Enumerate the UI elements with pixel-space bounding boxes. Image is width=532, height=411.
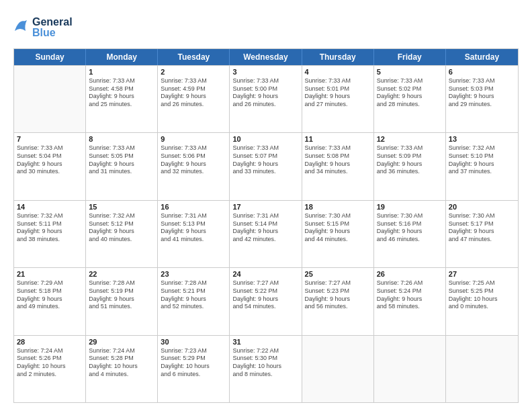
cell-info-line: Daylight: 10 hours (449, 295, 515, 304)
cell-info-line: Sunset: 5:06 PM (161, 152, 226, 161)
cell-info-line: Sunrise: 7:31 AM (232, 212, 298, 220)
logo: GeneralBlue (13, 12, 74, 42)
calendar-cell: 22Sunrise: 7:28 AMSunset: 5:19 PMDayligh… (86, 268, 158, 334)
cell-info-line: Sunrise: 7:28 AM (161, 279, 226, 287)
cell-info-line: Daylight: 9 hours (232, 161, 298, 169)
day-number: 26 (377, 270, 443, 278)
cell-info-line: Sunrise: 7:33 AM (305, 144, 371, 152)
cell-info-line: Sunrise: 7:23 AM (161, 347, 226, 355)
day-number: 9 (161, 135, 226, 143)
cell-info-line: Sunrise: 7:33 AM (449, 77, 515, 85)
cell-info-line: and 32 minutes. (161, 168, 226, 176)
cell-info-line: and 56 minutes. (305, 303, 371, 311)
cell-info-line: Sunrise: 7:31 AM (161, 212, 226, 220)
day-number: 24 (232, 270, 298, 278)
cell-info-line: Sunset: 5:17 PM (449, 220, 515, 228)
cell-info-line: and 27 minutes. (305, 101, 371, 109)
day-number: 11 (305, 135, 371, 143)
weekday-header: Thursday (302, 49, 374, 65)
day-number: 22 (89, 270, 154, 278)
day-number: 1 (89, 68, 154, 76)
cell-info-line: and 42 minutes. (232, 236, 298, 244)
day-number: 21 (17, 270, 83, 278)
calendar-cell: 17Sunrise: 7:31 AMSunset: 5:14 PMDayligh… (230, 201, 302, 267)
day-number: 15 (89, 203, 154, 211)
cell-info-line: Daylight: 9 hours (377, 93, 443, 101)
cell-info-line: and 51 minutes. (89, 303, 154, 311)
calendar-cell: 30Sunrise: 7:23 AMSunset: 5:29 PMDayligh… (158, 336, 230, 402)
cell-info-line: and 25 minutes. (89, 101, 154, 109)
day-number: 10 (232, 135, 298, 143)
calendar-cell: 9Sunrise: 7:33 AMSunset: 5:06 PMDaylight… (158, 133, 230, 199)
cell-info-line: and 30 minutes. (17, 168, 83, 176)
calendar-row: 14Sunrise: 7:32 AMSunset: 5:11 PMDayligh… (14, 200, 518, 267)
day-number: 6 (449, 68, 515, 76)
cell-info-line: Daylight: 10 hours (89, 363, 154, 371)
cell-info-line: Daylight: 9 hours (449, 93, 515, 101)
weekday-header: Wednesday (230, 49, 302, 65)
cell-info-line: Sunset: 5:15 PM (305, 220, 371, 228)
cell-info-line: Daylight: 9 hours (377, 228, 443, 236)
cell-info-line: Sunrise: 7:32 AM (89, 212, 154, 220)
cell-info-line: Sunrise: 7:33 AM (232, 144, 298, 152)
cell-info-line: Sunset: 5:29 PM (161, 355, 226, 363)
cell-info-line: and 40 minutes. (89, 236, 154, 244)
cell-info-line: and 4 minutes. (89, 371, 154, 379)
cell-info-line: and 2 minutes. (17, 371, 83, 379)
calendar-cell: 7Sunrise: 7:33 AMSunset: 5:04 PMDaylight… (14, 133, 86, 199)
cell-info-line: Sunset: 5:01 PM (305, 85, 371, 93)
day-number: 16 (161, 203, 226, 211)
cell-info-line: Daylight: 9 hours (377, 295, 443, 304)
cell-info-line: Sunrise: 7:30 AM (377, 212, 443, 220)
calendar-cell (14, 66, 86, 132)
calendar-cell: 27Sunrise: 7:25 AMSunset: 5:25 PMDayligh… (446, 268, 518, 334)
cell-info-line: Sunrise: 7:22 AM (232, 347, 298, 355)
day-number: 19 (377, 203, 443, 211)
cell-info-line: Sunrise: 7:32 AM (17, 212, 83, 220)
calendar-row: 7Sunrise: 7:33 AMSunset: 5:04 PMDaylight… (14, 132, 518, 199)
weekday-header: Sunday (14, 49, 86, 65)
cell-info-line: and 47 minutes. (449, 236, 515, 244)
cell-info-line: Sunset: 5:02 PM (377, 85, 443, 93)
calendar-cell: 20Sunrise: 7:30 AMSunset: 5:17 PMDayligh… (446, 201, 518, 267)
cell-info-line: Sunset: 5:07 PM (232, 152, 298, 161)
calendar-cell: 10Sunrise: 7:33 AMSunset: 5:07 PMDayligh… (230, 133, 302, 199)
cell-info-line: and 34 minutes. (305, 168, 371, 176)
cell-info-line: and 8 minutes. (232, 371, 298, 379)
calendar-cell: 24Sunrise: 7:27 AMSunset: 5:22 PMDayligh… (230, 268, 302, 334)
day-number: 29 (89, 338, 154, 346)
cell-info-line: Sunset: 5:28 PM (89, 355, 154, 363)
cell-info-line: Daylight: 9 hours (449, 228, 515, 236)
cell-info-line: and 58 minutes. (377, 303, 443, 311)
cell-info-line: Sunset: 5:10 PM (449, 152, 515, 161)
calendar-cell: 3Sunrise: 7:33 AMSunset: 5:00 PMDaylight… (230, 66, 302, 132)
day-number: 31 (232, 338, 298, 346)
day-number: 13 (449, 135, 515, 143)
cell-info-line: Sunset: 5:18 PM (17, 287, 83, 295)
cell-info-line: Sunrise: 7:33 AM (377, 77, 443, 85)
cell-info-line: Sunset: 5:08 PM (305, 152, 371, 161)
day-number: 20 (449, 203, 515, 211)
calendar-cell: 6Sunrise: 7:33 AMSunset: 5:03 PMDaylight… (446, 66, 518, 132)
cell-info-line: Daylight: 9 hours (449, 161, 515, 169)
calendar-cell: 12Sunrise: 7:33 AMSunset: 5:09 PMDayligh… (374, 133, 446, 199)
cell-info-line: Daylight: 9 hours (377, 161, 443, 169)
cell-info-line: and 37 minutes. (449, 168, 515, 176)
cell-info-line: Daylight: 9 hours (305, 161, 371, 169)
day-number: 4 (305, 68, 371, 76)
calendar-cell (374, 336, 446, 402)
cell-info-line: Sunset: 5:04 PM (17, 152, 83, 161)
cell-info-line: Sunrise: 7:33 AM (161, 77, 226, 85)
calendar-cell: 16Sunrise: 7:31 AMSunset: 5:13 PMDayligh… (158, 201, 230, 267)
svg-text:Blue: Blue (32, 27, 56, 38)
cell-info-line: and 36 minutes. (377, 168, 443, 176)
calendar-cell (302, 336, 374, 402)
calendar-cell: 8Sunrise: 7:33 AMSunset: 5:05 PMDaylight… (86, 133, 158, 199)
cell-info-line: Daylight: 10 hours (232, 363, 298, 371)
day-number: 5 (377, 68, 443, 76)
calendar-cell: 21Sunrise: 7:29 AMSunset: 5:18 PMDayligh… (14, 268, 86, 334)
cell-info-line: Daylight: 9 hours (161, 93, 226, 101)
calendar-row: 21Sunrise: 7:29 AMSunset: 5:18 PMDayligh… (14, 267, 518, 334)
logo-icon: GeneralBlue (13, 12, 74, 42)
cell-info-line: Sunrise: 7:30 AM (305, 212, 371, 220)
